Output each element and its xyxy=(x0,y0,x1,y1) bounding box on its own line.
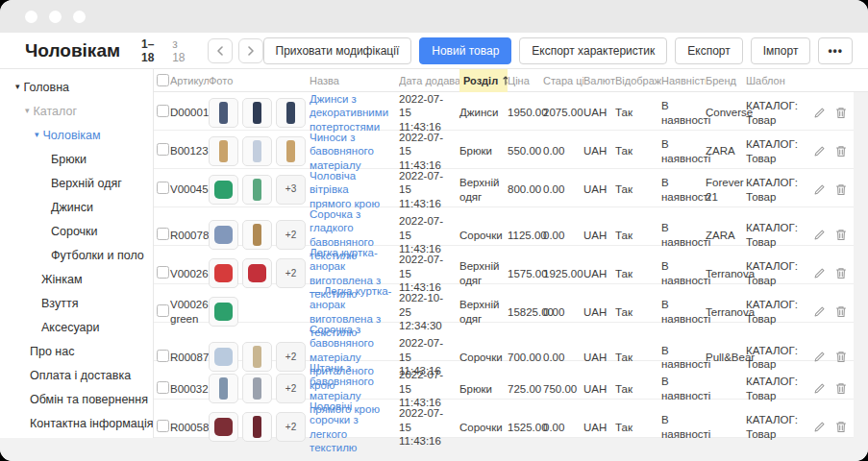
sidebar-item-label: Джинси xyxy=(51,201,93,214)
delete-icon[interactable] xyxy=(835,107,847,119)
column-header-date[interactable]: Дата додавання xyxy=(399,75,459,86)
sidebar-item-оплата-і-доставка[interactable]: ▾ Оплата і доставка xyxy=(0,363,153,387)
delete-icon[interactable] xyxy=(835,351,847,363)
garment-shape xyxy=(214,264,233,282)
delete-icon[interactable] xyxy=(835,145,847,158)
currency-cell: UAH xyxy=(583,182,615,196)
column-header-old-price[interactable]: Стара ціна xyxy=(543,75,583,86)
product-name-link[interactable]: Чоловіча вітрівка прямого крою xyxy=(310,169,392,210)
delete-icon[interactable] xyxy=(835,382,847,395)
row-checkbox[interactable] xyxy=(157,350,169,362)
edit-icon[interactable] xyxy=(813,183,826,196)
brand-cell: Forever 21 xyxy=(706,176,746,204)
row-checkbox[interactable] xyxy=(157,304,169,317)
stock-cell: В наявності xyxy=(661,221,706,249)
currency-cell: UAH xyxy=(583,229,615,242)
row-checkbox[interactable] xyxy=(157,182,169,194)
sidebar-item-чоловікам[interactable]: ▾ Чоловікам xyxy=(0,123,153,147)
export-button[interactable]: Експорт xyxy=(675,37,742,64)
product-name-link[interactable]: Чиноси з бавовняного матеріалу xyxy=(310,131,392,172)
edit-icon[interactable] xyxy=(813,421,826,433)
row-checkbox[interactable] xyxy=(157,420,169,432)
row-checkbox[interactable] xyxy=(157,381,169,394)
sidebar-item-взуття[interactable]: ▾ Взуття xyxy=(0,291,153,315)
product-name-link[interactable]: Чоловічі сорочки з легкого текстилю xyxy=(310,400,392,455)
edit-icon[interactable] xyxy=(813,351,826,363)
next-page-button[interactable] xyxy=(238,38,263,63)
row-checkbox[interactable] xyxy=(157,105,169,117)
delete-icon[interactable] xyxy=(835,267,847,279)
sidebar-item-label: Головна xyxy=(24,81,70,94)
sidebar-item-брюки[interactable]: ▾ Брюки xyxy=(0,147,153,171)
garment-shape xyxy=(214,418,233,436)
window-maximize-icon[interactable] xyxy=(73,11,86,23)
column-header-section[interactable]: Розділ xyxy=(459,69,508,92)
sidebar-item-жінкам[interactable]: ▾ Жінкам xyxy=(0,267,153,291)
table-row: B00123 Чиноси з бавовняного матеріалу 20… xyxy=(154,131,868,169)
more-photos-badge: +2 xyxy=(276,412,306,442)
prev-page-button[interactable] xyxy=(208,38,233,63)
template-cell: КАТАЛОГ: Товар xyxy=(746,344,812,372)
delete-icon[interactable] xyxy=(835,421,847,433)
table-row: V000456 +3 Чоловіча вітрівка прямого кро… xyxy=(154,169,868,207)
column-header-stock[interactable]: Наявність xyxy=(661,75,706,86)
sidebar-item-верхній-одяг[interactable]: ▾ Верхній одяг xyxy=(0,171,153,195)
garment-shape xyxy=(253,140,261,162)
column-header-brand[interactable]: Бренд xyxy=(706,75,746,86)
edit-icon[interactable] xyxy=(813,305,826,318)
more-actions-button[interactable]: ••• xyxy=(818,37,853,64)
section-cell: Верхній одяг xyxy=(459,259,508,287)
window-close-icon[interactable] xyxy=(25,11,37,23)
sidebar-item-контактна-інформація[interactable]: ▾ Контактна інформація xyxy=(0,411,153,435)
scrollbar-gutter[interactable] xyxy=(854,92,868,438)
photo-cell: +2 xyxy=(209,258,310,288)
garment-shape xyxy=(248,264,266,282)
sidebar-item-аксесуари[interactable]: ▾ Аксесуари xyxy=(0,315,153,339)
new-product-button[interactable]: Новий товар xyxy=(419,37,511,64)
column-header-template[interactable]: Шаблон xyxy=(746,75,812,86)
row-checkbox[interactable] xyxy=(157,143,169,156)
section-header-label: Розділ xyxy=(463,75,498,86)
display-cell: Так xyxy=(615,351,661,364)
column-header-name[interactable]: Назва xyxy=(310,75,399,86)
delete-icon[interactable] xyxy=(835,305,847,318)
price-cell: 1575.00 xyxy=(508,267,543,280)
product-name-link[interactable]: Джинси з декоративними потертостями xyxy=(310,92,392,133)
column-header-sku[interactable]: Артикул xyxy=(170,75,209,86)
sidebar-item-каталог[interactable]: ▾ Каталог xyxy=(0,99,153,123)
sku-cell: V000269-green xyxy=(170,298,209,326)
edit-icon[interactable] xyxy=(813,107,826,119)
sidebar-item-label: Сорочки xyxy=(51,225,98,238)
more-photos-badge: +2 xyxy=(276,258,306,288)
sidebar-item-блог[interactable]: ▾ Блог xyxy=(0,435,153,438)
column-header-currency[interactable]: Валюта xyxy=(583,75,615,86)
old-price-cell: 0.00 xyxy=(543,182,583,196)
column-header-photo[interactable]: Фото xyxy=(209,75,310,86)
import-button[interactable]: Імпорт xyxy=(751,37,811,64)
delete-icon[interactable] xyxy=(835,183,847,196)
sidebar-item-обмін-та-повернення[interactable]: ▾ Обмін та повернення xyxy=(0,387,153,411)
stock-cell: В наявності xyxy=(661,413,706,441)
export-characteristics-button[interactable]: Експорт характеристик xyxy=(519,37,667,64)
product-photo xyxy=(242,412,272,442)
select-all-checkbox[interactable] xyxy=(157,74,169,86)
stock-cell: В наявності xyxy=(661,259,706,287)
edit-icon[interactable] xyxy=(813,267,826,279)
sidebar-item-сорочки[interactable]: ▾ Сорочки xyxy=(0,219,153,243)
sidebar-item-головна[interactable]: ▾ Головна xyxy=(0,75,153,99)
sidebar-item-джинси[interactable]: ▾ Джинси xyxy=(0,195,153,219)
sidebar-item-футболки-и-поло[interactable]: ▾ Футболки и поло xyxy=(0,243,153,267)
hide-modifications-button[interactable]: Приховати модифікації xyxy=(263,37,412,64)
section-cell: Сорочки xyxy=(459,229,508,242)
delete-icon[interactable] xyxy=(835,229,847,241)
sidebar-item-про-нас[interactable]: ▾ Про нас xyxy=(0,339,153,363)
edit-icon[interactable] xyxy=(813,145,826,158)
column-header-display[interactable]: Відображати xyxy=(615,75,661,86)
row-checkbox[interactable] xyxy=(157,228,169,240)
row-checkbox[interactable] xyxy=(157,266,169,279)
column-header-price[interactable]: Ціна xyxy=(508,75,543,86)
garment-shape xyxy=(253,224,261,246)
edit-icon[interactable] xyxy=(813,382,826,395)
window-minimize-icon[interactable] xyxy=(49,11,62,23)
edit-icon[interactable] xyxy=(813,229,826,241)
